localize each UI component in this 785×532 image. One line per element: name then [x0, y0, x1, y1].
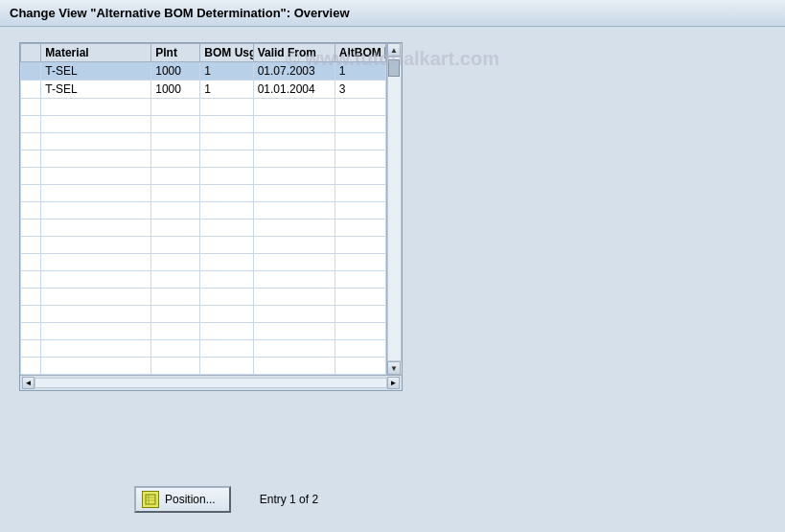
table-header: Material Plnt BOM Usg Valid From AltBOM … [21, 44, 386, 62]
data-table: Material Plnt BOM Usg Valid From AltBOM … [20, 43, 386, 375]
position-button[interactable]: Position... [134, 486, 231, 513]
cell-material [41, 271, 151, 289]
row-selector[interactable] [21, 254, 41, 271]
cell-validfrom [253, 271, 335, 289]
cell-material [41, 133, 151, 150]
table-row[interactable] [21, 185, 386, 202]
scroll-thumb-vertical[interactable] [388, 59, 400, 77]
table-row[interactable] [21, 271, 386, 289]
cell-validfrom [253, 116, 335, 133]
scroll-down-button[interactable]: ▼ [387, 361, 401, 375]
cell-validfrom [253, 220, 335, 237]
cell-material [41, 116, 151, 133]
cell-plnt [151, 220, 200, 237]
row-selector[interactable] [21, 133, 41, 150]
row-selector[interactable] [21, 150, 41, 168]
cell-altbom [335, 237, 385, 254]
cell-altbom [335, 202, 385, 220]
scroll-up-button[interactable]: ▲ [387, 43, 401, 57]
cell-material [41, 168, 151, 185]
table-row[interactable] [21, 340, 386, 358]
row-selector[interactable] [21, 185, 41, 202]
row-selector[interactable] [21, 116, 41, 133]
table-row[interactable] [21, 150, 386, 168]
scroll-track-vertical[interactable] [387, 57, 402, 361]
scroll-left-button[interactable]: ◄ [22, 377, 35, 389]
cell-material: T-SEL [41, 62, 151, 81]
table-row[interactable] [21, 358, 386, 375]
cell-altbom [335, 168, 385, 185]
row-selector[interactable] [21, 323, 41, 340]
table-row[interactable]: T-SEL1000101.01.20043 [21, 81, 386, 99]
cell-altbom [335, 116, 385, 133]
cell-altbom [335, 323, 385, 340]
table-row[interactable] [21, 202, 386, 220]
cell-bomusg [200, 358, 253, 375]
cell-validfrom [253, 358, 335, 375]
row-selector[interactable] [21, 62, 41, 81]
cell-material [41, 150, 151, 168]
scroll-track-horizontal[interactable] [35, 378, 387, 388]
cell-bomusg [200, 254, 253, 271]
cell-plnt [151, 254, 200, 271]
cell-validfrom [253, 323, 335, 340]
cell-altbom: 3 [335, 81, 385, 99]
page-title: Change View "Alternative BOM Determinati… [10, 6, 350, 20]
table-row[interactable] [21, 116, 386, 133]
cell-validfrom: 01.01.2004 [253, 81, 335, 99]
cell-altbom [335, 150, 385, 168]
row-selector[interactable] [21, 237, 41, 254]
cell-altbom: 1 [335, 62, 385, 81]
cell-bomusg [200, 168, 253, 185]
cell-validfrom [253, 340, 335, 358]
cell-validfrom [253, 150, 335, 168]
table-row[interactable] [21, 220, 386, 237]
table-row[interactable] [21, 168, 386, 185]
horizontal-scrollbar[interactable]: ◄ ► [20, 375, 402, 390]
table-row[interactable] [21, 306, 386, 323]
row-selector[interactable] [21, 271, 41, 289]
cell-bomusg [200, 133, 253, 150]
table-row[interactable]: T-SEL1000101.07.20031 [21, 62, 386, 81]
cell-altbom [335, 133, 385, 150]
row-selector[interactable] [21, 168, 41, 185]
table-scroll-area: Material Plnt BOM Usg Valid From AltBOM … [20, 43, 402, 375]
row-selector[interactable] [21, 99, 41, 116]
col-header-plnt: Plnt [151, 44, 200, 62]
table-row[interactable] [21, 289, 386, 306]
table-row[interactable] [21, 237, 386, 254]
cell-bomusg [200, 202, 253, 220]
cell-material [41, 99, 151, 116]
scroll-right-button[interactable]: ► [387, 377, 400, 389]
row-selector[interactable] [21, 306, 41, 323]
row-selector[interactable] [21, 220, 41, 237]
cell-plnt [151, 323, 200, 340]
cell-validfrom [253, 168, 335, 185]
table-row[interactable] [21, 133, 386, 150]
table-row[interactable] [21, 323, 386, 340]
cell-plnt [151, 271, 200, 289]
row-selector[interactable] [21, 81, 41, 99]
footer-bar: Position... Entry 1 of 2 [0, 486, 785, 513]
cell-bomusg [200, 289, 253, 306]
cell-material [41, 358, 151, 375]
title-bar: Change View "Alternative BOM Determinati… [0, 0, 785, 27]
cell-altbom [335, 289, 385, 306]
row-selector[interactable] [21, 289, 41, 306]
row-selector[interactable] [21, 340, 41, 358]
cell-plnt: 1000 [151, 62, 200, 81]
cell-validfrom [253, 133, 335, 150]
row-selector[interactable] [21, 202, 41, 220]
table-row[interactable] [21, 254, 386, 271]
vertical-scrollbar[interactable]: ▲ ▼ [386, 43, 402, 375]
table-body: T-SEL1000101.07.20031T-SEL1000101.01.200… [21, 62, 386, 375]
cell-bomusg [200, 340, 253, 358]
cell-validfrom [253, 306, 335, 323]
cell-validfrom: 01.07.2003 [253, 62, 335, 81]
main-content: Material Plnt BOM Usg Valid From AltBOM … [0, 27, 785, 401]
cell-plnt [151, 340, 200, 358]
cell-altbom [335, 271, 385, 289]
table-row[interactable] [21, 99, 386, 116]
cell-bomusg [200, 323, 253, 340]
row-selector[interactable] [21, 358, 41, 375]
